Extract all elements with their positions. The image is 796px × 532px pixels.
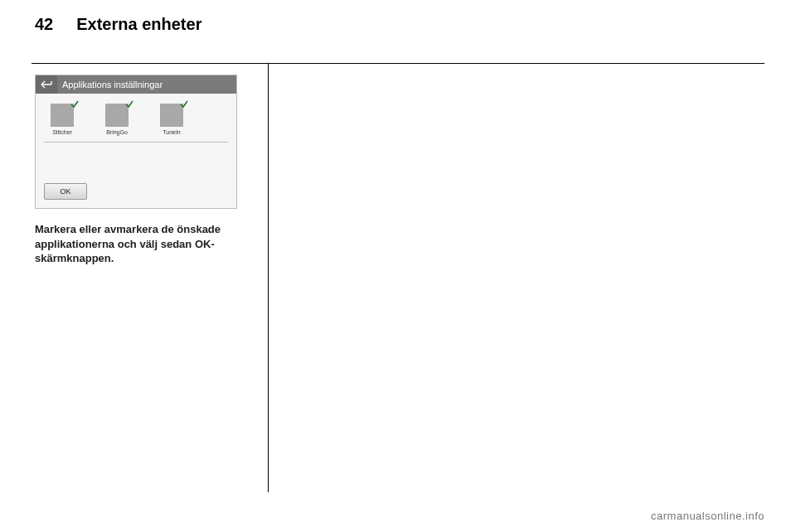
device-screenshot: Applikations inställningar Stitcher Brin… <box>35 75 237 209</box>
app-label: BringGo <box>106 129 128 135</box>
page-header: 42 Externa enheter <box>0 0 796 34</box>
check-icon <box>125 100 133 109</box>
app-item-bringgo[interactable]: BringGo <box>99 104 135 135</box>
page-number: 42 <box>35 15 53 34</box>
column-divider <box>268 63 269 492</box>
ok-button-label: OK <box>60 187 70 196</box>
instruction-text: Markera eller avmarkera de önskade appli… <box>35 222 257 266</box>
back-button[interactable] <box>36 75 57 94</box>
back-arrow-icon <box>41 80 52 89</box>
check-icon <box>180 100 188 109</box>
check-icon <box>70 100 79 109</box>
app-icon-placeholder <box>51 104 74 127</box>
app-item-tunein[interactable]: TuneIn <box>153 104 190 135</box>
app-icon-placeholder <box>160 104 183 127</box>
app-label: TuneIn <box>163 129 181 135</box>
app-icon-placeholder <box>105 104 129 127</box>
ok-button[interactable]: OK <box>44 183 87 200</box>
screen-header-bar: Applikations inställningar <box>36 75 236 94</box>
section-title: Externa enheter <box>76 15 201 34</box>
left-column: Applikations inställningar Stitcher Brin… <box>35 75 257 266</box>
watermark: carmanualsonline.info <box>651 510 764 522</box>
app-item-stitcher[interactable]: Stitcher <box>44 104 80 135</box>
app-row: Stitcher BringGo TuneIn <box>36 94 236 140</box>
row-separator <box>44 142 228 143</box>
horizontal-rule <box>32 63 764 64</box>
app-label: Stitcher <box>52 129 72 135</box>
screen-title: Applikations inställningar <box>61 80 163 89</box>
